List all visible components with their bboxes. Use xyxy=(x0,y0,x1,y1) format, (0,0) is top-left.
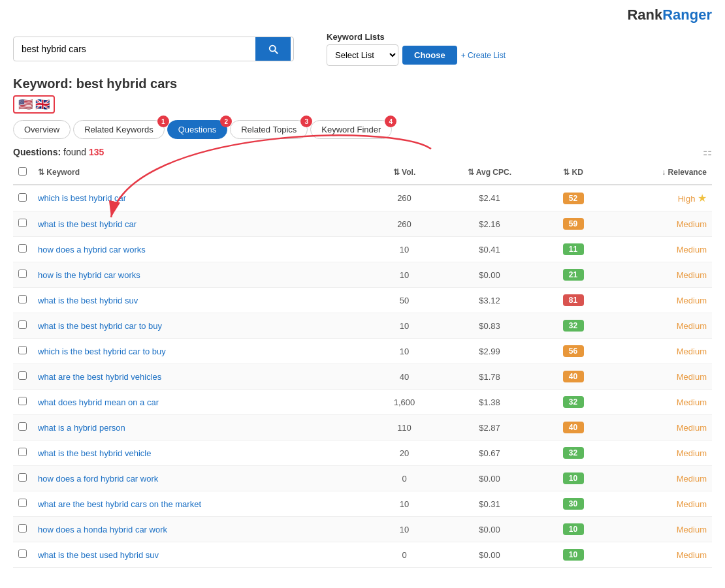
row-checkbox-cell xyxy=(13,491,33,517)
row-checkbox[interactable] xyxy=(18,346,27,354)
row-keyword[interactable]: what is the best hybrid suv xyxy=(33,288,372,313)
row-cpc: $3.12 xyxy=(436,288,542,313)
row-vol: 10 xyxy=(372,517,437,542)
relevance-value: High xyxy=(678,194,696,204)
row-keyword[interactable]: how does a ford hybrid car work xyxy=(33,466,372,491)
row-checkbox[interactable] xyxy=(18,320,27,329)
relevance-value: Medium xyxy=(677,423,707,433)
row-kd: 40 xyxy=(543,415,604,441)
search-button[interactable] xyxy=(255,37,291,61)
row-vol: 0 xyxy=(372,466,437,491)
search-icon xyxy=(267,43,279,55)
row-keyword[interactable]: what is the best hybrid car xyxy=(33,211,372,237)
select-all-checkbox[interactable] xyxy=(18,167,27,176)
row-checkbox[interactable] xyxy=(18,499,27,507)
create-list-link[interactable]: + Create List xyxy=(461,51,506,60)
table-row: what is a hybrid person 110 $2.87 40 Med… xyxy=(13,415,712,441)
row-keyword[interactable]: which is best hybrid car xyxy=(33,185,372,211)
col-cpc[interactable]: ⇅ Avg CPC. xyxy=(436,161,542,185)
tab-questions[interactable]: Questions 2 xyxy=(167,120,228,139)
row-keyword[interactable]: which is the best hybrid car to buy xyxy=(33,339,372,364)
tab-related-topics[interactable]: Related Topics 3 xyxy=(230,120,308,139)
questions-header: Questions: found 135 ⚏ xyxy=(0,143,725,161)
row-cpc: $0.00 xyxy=(436,262,542,288)
choose-button[interactable]: Choose xyxy=(402,46,457,65)
row-checkbox[interactable] xyxy=(18,193,27,202)
filter-icon[interactable]: ⚏ xyxy=(703,146,712,158)
row-vol: 10 xyxy=(372,491,437,517)
row-checkbox-cell xyxy=(13,390,33,415)
row-keyword[interactable]: how is the hybrid car works xyxy=(33,262,372,288)
row-relevance: Medium xyxy=(604,415,712,441)
relevance-value: Medium xyxy=(677,550,707,560)
row-checkbox[interactable] xyxy=(18,549,27,558)
row-relevance: Medium xyxy=(604,237,712,262)
tab-related-keywords[interactable]: Related Keywords 1 xyxy=(73,120,165,139)
row-checkbox[interactable] xyxy=(18,448,27,456)
table-row: what is the best used hybrid suv 0 $0.00… xyxy=(13,542,712,568)
table-row: what is the best hybrid vehicle 20 $0.67… xyxy=(13,441,712,466)
search-box xyxy=(13,37,294,61)
row-checkbox[interactable] xyxy=(18,422,27,431)
row-relevance: Medium xyxy=(604,542,712,568)
row-checkbox[interactable] xyxy=(18,219,27,227)
row-cpc: $2.87 xyxy=(436,415,542,441)
search-area: Keyword Lists Select List Choose + Creat… xyxy=(0,27,725,71)
row-checkbox[interactable] xyxy=(18,295,27,303)
relevance-value: Medium xyxy=(677,296,707,305)
brand-logo: RankRanger xyxy=(627,7,712,23)
row-checkbox[interactable] xyxy=(18,371,27,380)
row-keyword[interactable]: how does a hybrid car works xyxy=(33,237,372,262)
row-kd: 81 xyxy=(543,288,604,313)
brand-rank: Rank xyxy=(627,7,662,23)
flag-us: 🇺🇸 xyxy=(18,99,33,110)
row-checkbox[interactable] xyxy=(18,473,27,482)
col-relevance[interactable]: ↓ Relevance xyxy=(604,161,712,185)
row-checkbox[interactable] xyxy=(18,244,27,253)
row-checkbox[interactable] xyxy=(18,397,27,405)
row-keyword[interactable]: how does a honda hybrid car work xyxy=(33,517,372,542)
row-vol: 260 xyxy=(372,185,437,211)
row-checkbox-cell xyxy=(13,339,33,364)
row-kd: 52 xyxy=(543,185,604,211)
row-cpc: $0.67 xyxy=(436,441,542,466)
row-checkbox[interactable] xyxy=(18,524,27,533)
row-checkbox[interactable] xyxy=(18,270,27,278)
row-keyword[interactable]: what are the best hybrid vehicles xyxy=(33,364,372,390)
row-relevance: Medium xyxy=(604,466,712,491)
col-keyword[interactable]: ⇅ Keyword xyxy=(33,161,372,185)
row-relevance: Medium xyxy=(604,441,712,466)
relevance-value: Medium xyxy=(677,474,707,484)
relevance-value: Medium xyxy=(677,347,707,356)
row-checkbox-cell xyxy=(13,288,33,313)
brand-ranger: Ranger xyxy=(662,7,712,23)
row-relevance: Medium xyxy=(604,211,712,237)
row-cpc: $0.83 xyxy=(436,313,542,339)
row-kd: 32 xyxy=(543,390,604,415)
tab-overview[interactable]: Overview xyxy=(13,120,71,139)
row-kd: 32 xyxy=(543,441,604,466)
col-vol[interactable]: ⇅ Vol. xyxy=(372,161,437,185)
row-keyword[interactable]: what is a hybrid person xyxy=(33,415,372,441)
row-checkbox-cell xyxy=(13,441,33,466)
row-checkbox-cell xyxy=(13,237,33,262)
relevance-value: Medium xyxy=(677,219,707,229)
row-keyword[interactable]: what is the best hybrid car to buy xyxy=(33,313,372,339)
row-keyword[interactable]: what is the best hybrid vehicle xyxy=(33,441,372,466)
col-kd[interactable]: ⇅ KD xyxy=(543,161,604,185)
row-keyword[interactable]: what is the best used hybrid suv xyxy=(33,542,372,568)
select-list-dropdown[interactable]: Select List xyxy=(327,44,398,66)
relevance-value: Medium xyxy=(677,270,707,280)
row-checkbox-cell xyxy=(13,542,33,568)
search-input[interactable] xyxy=(14,39,255,59)
tab-badge-4: 4 xyxy=(385,116,396,127)
row-cpc: $1.78 xyxy=(436,364,542,390)
relevance-value: Medium xyxy=(677,499,707,509)
row-keyword[interactable]: what does hybrid mean on a car xyxy=(33,390,372,415)
tab-keyword-finder[interactable]: Keyword Finder 4 xyxy=(310,120,392,139)
row-cpc: $1.38 xyxy=(436,390,542,415)
row-keyword[interactable]: what are the best hybrid cars on the mar… xyxy=(33,491,372,517)
row-relevance: Medium xyxy=(604,262,712,288)
keyword-title: Keyword: best hybrid cars xyxy=(13,76,712,91)
relevance-value: Medium xyxy=(677,448,707,458)
